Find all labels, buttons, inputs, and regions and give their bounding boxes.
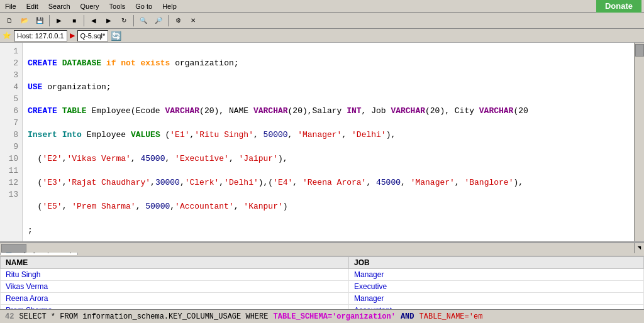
menu-search[interactable]: Search — [46, 1, 73, 11]
table-row[interactable]: Ritu Singh Manager — [1, 269, 644, 281]
editor-container[interactable]: 1 2 3 4 5 6 7 8 9 10 11 12 13 CREATE DAT… — [0, 43, 644, 243]
code-line-4: Insert Into Employee VALUES ('E1','Ritu … — [28, 129, 629, 141]
h-scroll-thumb[interactable] — [1, 244, 26, 253]
refresh-button[interactable]: ↻ — [117, 14, 131, 28]
menu-tools[interactable]: Tools — [107, 1, 128, 11]
line-numbers: 1 2 3 4 5 6 7 8 9 10 11 12 13 — [0, 43, 23, 241]
vertical-scrollbar[interactable] — [634, 43, 644, 241]
cell-job: Manager — [349, 293, 644, 305]
editor-h-scrollbar[interactable]: ◥ — [0, 243, 644, 253]
menu-goto[interactable]: Go to — [133, 1, 155, 11]
cell-name: Reena Arora — [1, 293, 349, 305]
code-line-5: ('E2','Vikas Verma', 45000, 'Executive',… — [28, 153, 629, 165]
new-button[interactable]: 🗋 — [3, 14, 16, 28]
status-bar: 42 SELECT * FROM information_schema.KEY_… — [0, 309, 644, 323]
code-line-6: ('E3','Rajat Chaudhary',30000,'Clerk','D… — [28, 177, 629, 189]
run-button[interactable]: ▶ — [52, 14, 66, 28]
forward-button[interactable]: ▶ — [102, 14, 116, 28]
settings-button[interactable]: ⚙ — [171, 14, 185, 28]
menu-query[interactable]: Query — [78, 1, 102, 11]
status-table-schema: TABLE_SCHEMA='organization' — [273, 312, 395, 321]
save-button[interactable]: 💾 — [33, 14, 47, 28]
zoom-in-button[interactable]: 🔍 — [136, 14, 150, 28]
scrollbar-thumb[interactable] — [635, 44, 644, 57]
status-query-text: SELECT * FROM information_schema.KEY_COL… — [19, 312, 268, 321]
code-line-8: ; — [28, 224, 629, 236]
menu-bar: File Edit Search Query Tools Go to Help … — [0, 0, 644, 13]
status-line-number: 42 — [5, 312, 14, 321]
toolbar: 🗋 📂 💾 ▶ ■ ◀ ▶ ↻ 🔍 🔎 ⚙ ✕ — [0, 13, 644, 29]
zoom-out-button[interactable]: 🔎 — [152, 14, 165, 28]
cell-job: Manager — [349, 269, 644, 281]
cell-name: Vikas Verma — [1, 281, 349, 293]
code-line-2: USE organization; — [28, 81, 629, 93]
code-line-7: ('E5', 'Prem Sharma', 50000,'Accountant'… — [28, 200, 629, 212]
menu-help[interactable]: Help — [160, 1, 179, 11]
status-and-keyword: AND — [401, 312, 414, 321]
code-editor[interactable]: CREATE DATABASE if not exists organizati… — [23, 43, 634, 241]
back-button[interactable]: ◀ — [87, 14, 101, 28]
address-bar: ⭐ Host: 127.0.0.1 ▶ Q-5.sql* 🔄 — [0, 29, 644, 43]
cell-name: Ritu Singh — [1, 269, 349, 281]
stop-button[interactable]: ■ — [67, 14, 81, 28]
separator4 — [168, 15, 169, 26]
results-table-container[interactable]: NAME JOB Ritu Singh Manager Vikas Verma … — [0, 256, 644, 315]
col-name-header: NAME — [1, 257, 349, 269]
table-row[interactable]: Vikas Verma Executive — [1, 281, 644, 293]
col-job-header: JOB — [349, 257, 644, 269]
editor-wrapper: 1 2 3 4 5 6 7 8 9 10 11 12 13 CREATE DAT… — [0, 43, 644, 243]
table-row[interactable]: Reena Arora Manager — [1, 293, 644, 305]
host-label: Host: 127.0.0.1 — [14, 30, 67, 41]
separator3 — [133, 15, 134, 26]
file-label: Q-5.sql* — [77, 30, 109, 41]
results-area: ▦ employee (4r × 2c) NAME JOB Ritu Singh… — [0, 243, 644, 315]
cell-job: Executive — [349, 281, 644, 293]
separator — [49, 15, 50, 26]
code-line-3: CREATE TABLE Employee(Ecode VARCHAR(20),… — [28, 105, 629, 117]
donate-button[interactable]: Donate — [596, 0, 641, 13]
results-table: NAME JOB Ritu Singh Manager Vikas Verma … — [0, 256, 644, 315]
open-button[interactable]: 📂 — [18, 14, 31, 28]
status-table-name: TABLE_NAME='em — [419, 312, 483, 321]
cancel-button[interactable]: ✕ — [186, 14, 200, 28]
separator2 — [84, 15, 84, 26]
app-window: File Edit Search Query Tools Go to Help … — [0, 0, 644, 323]
menu-file[interactable]: File — [3, 1, 19, 11]
code-line-1: CREATE DATABASE if not exists organizati… — [28, 57, 629, 69]
table-header-row: NAME JOB — [1, 257, 644, 269]
menu-edit[interactable]: Edit — [24, 1, 41, 11]
